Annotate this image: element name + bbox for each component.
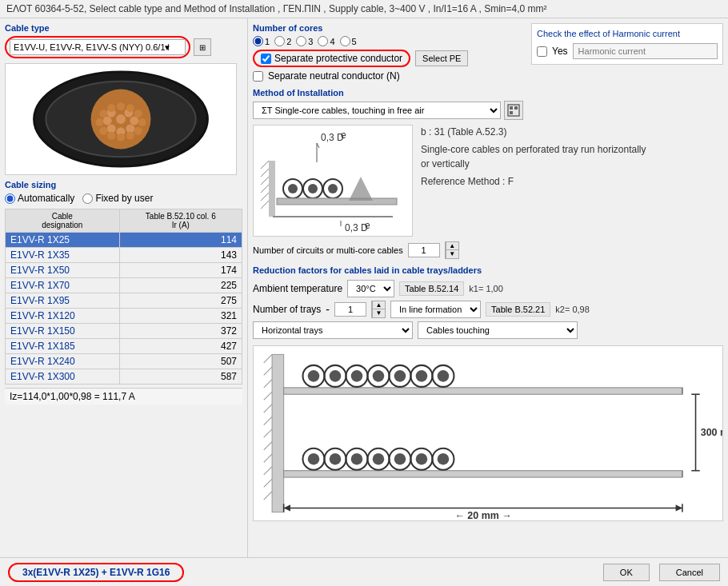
svg-point-69 xyxy=(330,370,342,382)
table-row[interactable]: E1VV-R 1X300587 xyxy=(6,369,242,385)
svg-point-20 xyxy=(95,118,103,126)
core-1-label[interactable]: 1 xyxy=(253,36,270,46)
svg-point-77 xyxy=(416,370,428,382)
k1-value: k1= 1,00 xyxy=(469,284,503,293)
table-row[interactable]: E1VV-R 1X240507 xyxy=(6,354,242,369)
harmonic-row: Yes xyxy=(537,43,718,59)
cable-type-row: E1VV-U, E1VV-R, E1VV-S (NYY) 0.6/1 kV ▼ … xyxy=(5,36,242,58)
core-5-radio[interactable] xyxy=(340,36,350,46)
svg-marker-105 xyxy=(676,504,682,511)
ambient-select[interactable]: 30°C xyxy=(347,280,394,297)
fixed-radio[interactable] xyxy=(82,193,93,204)
svg-rect-65 xyxy=(284,388,682,394)
k2-value: k2= 0,98 xyxy=(555,305,590,314)
core-5-label[interactable]: 5 xyxy=(340,36,357,46)
circuits-up-button[interactable]: ▲ xyxy=(446,242,458,250)
core-4-radio[interactable] xyxy=(318,36,328,46)
table-row[interactable]: E1VV-R 1X25114 xyxy=(6,233,242,248)
svg-line-50 xyxy=(261,201,269,209)
svg-point-15 xyxy=(134,127,142,135)
table-row[interactable]: E1VV-R 1X70225 xyxy=(6,278,242,293)
trays-minus[interactable]: - xyxy=(326,303,330,316)
svg-rect-28 xyxy=(510,111,513,114)
svg-point-90 xyxy=(394,453,406,465)
method-select[interactable]: ΣΤ Single-core cables, touching in free … xyxy=(253,102,501,119)
circuits-down-button[interactable]: ▼ xyxy=(446,250,458,258)
svg-point-9 xyxy=(103,117,112,126)
svg-rect-26 xyxy=(510,106,513,110)
harmonic-yes-checkbox[interactable] xyxy=(537,46,547,57)
svg-point-18 xyxy=(107,132,115,140)
cable-ir-cell: 321 xyxy=(119,309,242,324)
method-icon-button[interactable] xyxy=(504,101,523,120)
cable-designation-cell: E1VV-R 1X50 xyxy=(6,263,120,278)
title-bar: ΕΛΟΤ 60364-5-52, Select cable type and M… xyxy=(0,0,728,18)
cable-designation-cell: E1VV-R 1X150 xyxy=(6,324,120,339)
left-panel: Cable type E1VV-U, E1VV-R, E1VV-S (NYY) … xyxy=(0,18,248,557)
svg-point-79 xyxy=(438,370,450,382)
core-1-radio[interactable] xyxy=(253,36,263,46)
cable-browse-button[interactable]: ⊞ xyxy=(194,38,211,56)
cables-touching-select[interactable]: Cables touching xyxy=(418,321,578,339)
bottom-diagram: 300 mm ← 20 mm → xyxy=(253,345,723,521)
ok-button[interactable]: OK xyxy=(603,564,650,581)
circuits-input[interactable] xyxy=(408,243,440,257)
table-row[interactable]: E1VV-R 1X50174 xyxy=(6,263,242,278)
ambient-table-ref: Table B.52.14 xyxy=(399,281,464,296)
svg-point-38 xyxy=(308,184,318,193)
trays-down-button[interactable]: ▼ xyxy=(372,309,385,317)
iz-formula-row: Iz=114,0*1,00*0,98 = 111,7 A xyxy=(5,388,242,405)
circuits-spinner: ▲ ▼ xyxy=(445,241,459,259)
horizontal-touching-row: Horizontal trays Cables touching xyxy=(253,321,723,339)
table-row[interactable]: E1VV-R 1X185427 xyxy=(6,339,242,354)
svg-point-8 xyxy=(107,124,116,133)
cable-designation-cell: E1VV-R 1X95 xyxy=(6,293,120,309)
core-3-radio[interactable] xyxy=(296,36,306,46)
cable-designation-cell: E1VV-R 1X120 xyxy=(6,309,120,324)
circuits-label: Number of circuits or multi-core cables xyxy=(253,245,403,255)
svg-point-16 xyxy=(126,132,134,140)
core-4-label[interactable]: 4 xyxy=(318,36,334,46)
cable-sizing-label: Cable sizing xyxy=(5,180,242,189)
result-formula: 3x(E1VV-R 1X25) + E1VV-R 1G16 xyxy=(8,563,184,582)
auto-radio[interactable] xyxy=(5,193,15,204)
fixed-radio-label[interactable]: Fixed by user xyxy=(82,193,153,204)
table-row[interactable]: E1VV-R 1X35143 xyxy=(6,248,242,263)
table-row[interactable]: E1VV-R 1X150372 xyxy=(6,324,242,339)
table-row[interactable]: E1VV-R 1X120321 xyxy=(6,309,242,324)
trays-up-button[interactable]: ▲ xyxy=(372,301,385,309)
auto-radio-label[interactable]: Automatically xyxy=(5,193,74,204)
horizontal-trays-select[interactable]: Horizontal trays xyxy=(253,321,413,339)
search-icon xyxy=(507,104,520,117)
svg-line-53 xyxy=(264,354,272,362)
trays-input[interactable] xyxy=(334,302,366,317)
select-pe-button[interactable]: Select PE xyxy=(415,50,468,66)
svg-line-46 xyxy=(261,169,269,177)
svg-point-88 xyxy=(373,453,385,465)
cable-ir-cell: 174 xyxy=(119,263,242,278)
harmonic-current-input[interactable] xyxy=(573,43,718,59)
svg-line-61 xyxy=(264,454,272,462)
svg-point-11 xyxy=(117,102,125,110)
table-row[interactable]: E1VV-R 1X95275 xyxy=(6,293,242,309)
svg-point-36 xyxy=(288,184,298,193)
core-2-radio[interactable] xyxy=(274,36,285,46)
core-3-label[interactable]: 3 xyxy=(296,36,313,46)
tray-layout-svg: 300 mm ← 20 mm → xyxy=(254,346,722,520)
svg-line-59 xyxy=(264,429,272,437)
svg-marker-51 xyxy=(349,177,373,201)
neutral-checkbox[interactable] xyxy=(253,71,263,82)
svg-point-22 xyxy=(107,104,115,112)
svg-line-55 xyxy=(264,380,272,388)
cable-type-select[interactable]: E1VV-U, E1VV-R, E1VV-S (NYY) 0.6/1 kV xyxy=(10,39,186,55)
cable-designation-cell: E1VV-R 1X70 xyxy=(6,278,120,293)
core-2-label[interactable]: 2 xyxy=(274,36,291,46)
cable-image-area xyxy=(5,63,237,175)
svg-rect-80 xyxy=(284,471,682,477)
formation-select[interactable]: In line formation xyxy=(390,301,481,318)
ambient-row: Ambient temperature 30°C Table B.52.14 k… xyxy=(253,280,723,297)
cancel-button[interactable]: Cancel xyxy=(659,564,720,581)
harmonic-title: Check the effect of Harmonic current xyxy=(537,29,718,38)
sep-conductor-checkbox[interactable] xyxy=(261,54,271,64)
action-buttons: OK Cancel xyxy=(603,564,720,581)
